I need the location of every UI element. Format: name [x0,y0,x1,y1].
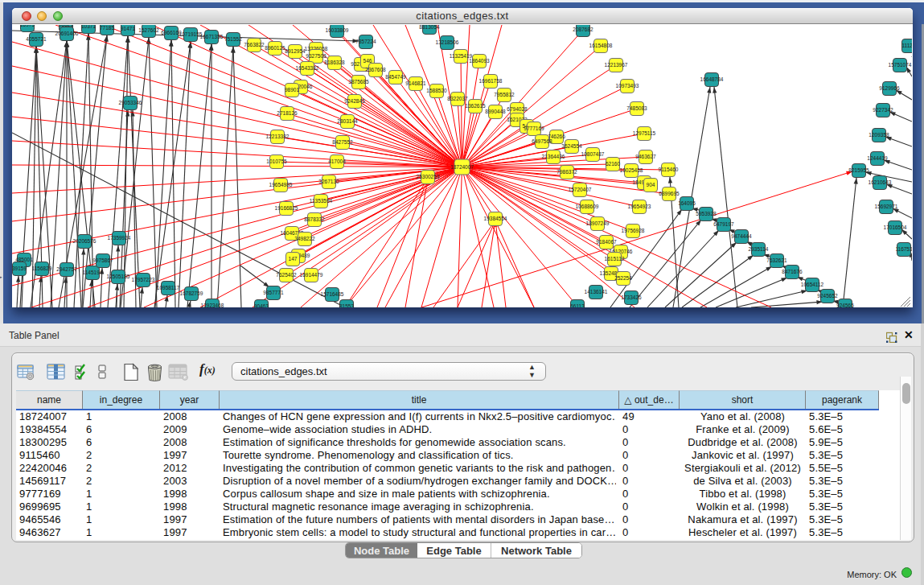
svg-text:20206576: 20206576 [73,238,97,244]
svg-text:16782759: 16782759 [180,290,203,296]
svg-text:19166825: 19166825 [275,205,298,211]
svg-text:2087682: 2087682 [573,27,593,32]
svg-text:17016504: 17016504 [884,225,907,230]
svg-text:9777169: 9777169 [524,126,544,131]
svg-text:7632621: 7632621 [766,257,787,263]
svg-text:10371: 10371 [81,25,96,29]
svg-text:66113: 66113 [570,303,585,307]
svg-text:10807487: 10807487 [581,151,605,157]
svg-text:19384554: 19384554 [484,216,507,221]
svg-text:16671355: 16671355 [200,34,224,39]
svg-text:116753: 116753 [895,246,912,252]
svg-text:7485083: 7485083 [626,105,647,111]
svg-text:147: 147 [289,256,298,262]
svg-text:2942757: 2942757 [56,266,77,272]
svg-text:252254: 252254 [614,275,632,281]
svg-text:4055721: 4055721 [26,36,47,42]
svg-text:7663822: 7663822 [244,42,265,47]
svg-text:3267130: 3267130 [318,179,339,184]
svg-text:9857771: 9857771 [263,290,284,295]
svg-text:15692971: 15692971 [875,204,898,209]
svg-text:924565: 924565 [836,303,854,307]
svg-text:13218506: 13218506 [436,39,459,45]
svg-text:39159: 39159 [12,266,27,271]
svg-text:10025458: 10025458 [620,167,643,173]
svg-text:8912954: 8912954 [285,48,306,54]
svg-text:8471676: 8471676 [782,269,803,274]
svg-text:5953928: 5953928 [696,211,717,216]
svg-text:16648784: 16648784 [700,76,724,82]
svg-text:18724007: 18724007 [450,164,474,170]
svg-text:8215955: 8215955 [848,167,869,173]
svg-text:12975115: 12975115 [633,130,656,136]
svg-text:7986372: 7986372 [556,169,577,175]
svg-text:15751074: 15751074 [889,62,912,68]
svg-text:16543382: 16543382 [296,65,319,71]
svg-text:17359924: 17359924 [108,235,131,241]
svg-text:10973493: 10973493 [616,83,639,89]
svg-text:3624554: 3624554 [561,143,582,149]
svg-text:164095: 164095 [678,200,696,206]
svg-text:485001: 485001 [15,257,33,262]
svg-text:19756928: 19756928 [622,228,645,233]
svg-text:8990448: 8990448 [485,109,506,114]
svg-text:19654985: 19654985 [269,182,293,187]
svg-text:9227342: 9227342 [873,107,893,113]
svg-text:12213382: 12213382 [266,134,290,139]
svg-text:2367608: 2367608 [365,67,386,72]
svg-text:9146821: 9146821 [405,80,426,86]
svg-text:1864093: 1864093 [469,58,490,64]
svg-text:1156829: 1156829 [32,266,52,271]
svg-text:8878332: 8878332 [304,216,325,222]
svg-text:9975867: 9975867 [92,257,113,263]
svg-text:25300253: 25300253 [417,174,440,179]
svg-text:2935114: 2935114 [749,246,769,252]
svg-text:90463: 90463 [254,303,269,307]
svg-text:9242845: 9242845 [344,98,365,104]
svg-text:10958117: 10958117 [157,285,180,290]
svg-text:1733426: 1733426 [621,295,642,300]
svg-text:12505185: 12505185 [107,274,130,279]
svg-text:1244419: 1244419 [867,155,888,161]
svg-text:6479197: 6479197 [713,221,734,227]
svg-text:62160: 62160 [606,161,620,167]
svg-text:9115460: 9115460 [659,167,679,172]
svg-text:16975: 16975 [20,25,35,27]
svg-text:12923468: 12923468 [201,303,224,307]
svg-text:546: 546 [363,58,372,64]
svg-text:7625402: 7625402 [276,272,297,278]
svg-text:29053346: 29053346 [119,100,142,105]
svg-text:19654923: 19654923 [628,204,651,209]
svg-text:11353594: 11353594 [310,198,333,204]
svg-text:10719155: 10719155 [179,31,203,37]
svg-text:3875685: 3875685 [348,79,369,84]
svg-text:7857224: 7857224 [355,39,376,44]
svg-text:9463627: 9463627 [635,154,656,159]
svg-text:417004: 417004 [328,159,346,164]
svg-text:1588520: 1588520 [426,88,447,93]
svg-text:16033809: 16033809 [326,27,349,33]
svg-text:20691406: 20691406 [55,31,79,36]
svg-text:3498222: 3498222 [294,236,315,241]
svg-text:7955812: 7955812 [494,92,515,97]
svg-text:17957223: 17957223 [132,277,155,282]
svg-text:1362615: 1362615 [465,103,486,109]
svg-text:16914479: 16914479 [300,272,323,278]
svg-text:6794028: 6794028 [507,106,528,112]
svg-text:10688609: 10688609 [576,204,599,209]
svg-text:9184067: 9184067 [596,239,617,245]
svg-text:6899695: 6899695 [659,191,680,196]
svg-text:11125: 11125 [901,43,912,48]
svg-text:8960125: 8960125 [265,45,285,51]
svg-text:1527602: 1527602 [138,27,159,33]
svg-text:9245652: 9245652 [817,293,838,299]
svg-text:8186328: 8186328 [324,60,345,65]
svg-text:8427552: 8427552 [332,139,353,145]
svg-text:77185: 77185 [100,25,114,31]
svg-text:21364436: 21364436 [542,154,565,159]
svg-text:98901: 98901 [285,87,299,93]
svg-text:8322037: 8322037 [447,96,468,101]
svg-text:1010755: 1010755 [266,159,287,164]
svg-text:12213967: 12213967 [605,62,628,68]
svg-text:16961758: 16961758 [479,78,503,84]
